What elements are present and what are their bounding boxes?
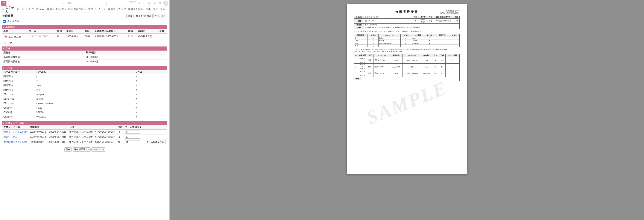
table-cell [142, 134, 167, 139]
edit-icon[interactable] [165, 8, 168, 11]
calc-team-button[interactable]: チーム規模を算出 [145, 140, 166, 144]
table-cell: DB/ツール [2, 97, 35, 101]
gear-icon[interactable] [153, 1, 156, 5]
table-cell: 1-3 [439, 64, 446, 70]
bell-icon[interactable] [158, 1, 162, 5]
cancel-button-bottom[interactable]: キャンセル [92, 147, 105, 152]
search-icon [62, 2, 65, 5]
table-cell: 1985年04月 [65, 34, 84, 39]
table-cell: A [134, 101, 167, 106]
table-cell [378, 45, 400, 47]
pdf-proj-table: No作業期間分野システム名開発言語DB/ツールOS/環境役割工程チーム規模 12… [354, 54, 460, 77]
nav-item-6[interactable]: プロジェクト [88, 7, 106, 11]
cancel-button[interactable]: キャンセル [154, 14, 167, 18]
team-size-input[interactable] [125, 130, 140, 134]
save-pdf-button[interactable]: 保存＆PDF出力 [134, 14, 153, 18]
save-button-bottom[interactable]: 保存 [64, 147, 72, 152]
help-icon[interactable]: ? [148, 1, 151, 5]
nav-item-9[interactable]: 原価 [146, 7, 151, 11]
table-cell [124, 139, 142, 145]
table-cell: B [424, 39, 435, 42]
person-radio[interactable] [4, 41, 7, 43]
table-cell: C [354, 37, 368, 39]
add-icon[interactable] [138, 1, 141, 5]
table-cell [400, 45, 411, 47]
table-header: No [354, 54, 358, 57]
table-header: システム名 [374, 54, 390, 57]
table-header: 分野 [367, 54, 374, 57]
project-link[interactable]: 飲料発注システム開発 [4, 130, 27, 133]
table-cell: PL [432, 70, 439, 77]
table-cell: 3 [354, 70, 358, 77]
team-size-input[interactable] [125, 140, 140, 144]
table-row: 12022.09 〜 2023.04物販発注システムJavaOracle Dat… [354, 57, 460, 64]
table-header: 開発言語 [390, 54, 402, 57]
favorites-menu[interactable] [129, 1, 136, 5]
svg-point-2 [63, 2, 64, 4]
table-cell: 1 [354, 57, 358, 64]
table-row: 開発言語CA [2, 74, 167, 79]
pdf-remark-box: 備考 [354, 77, 460, 81]
svg-rect-7 [2, 8, 2, 9]
nav-item-0[interactable]: ホーム [16, 7, 24, 11]
save-pdf-button-bottom[interactable]: 保存＆PDF出力 [72, 147, 90, 152]
table-cell: C [35, 74, 134, 79]
table-cell [158, 39, 167, 45]
nav-item-2[interactable]: Chatter [36, 8, 44, 11]
table-header: 作業期間 [358, 54, 367, 57]
chevron-down-icon [84, 8, 86, 10]
table-cell: 要件定義/システム分析, 基本設計, 詳細設計 [68, 139, 116, 145]
table-cell: 2013年04月 [85, 60, 168, 64]
person-radio[interactable] [4, 35, 7, 38]
table-cell [124, 134, 142, 139]
table-cell: 2023.09 〜 2025.01 [358, 70, 367, 77]
svg-rect-15 [4, 10, 4, 10]
search-input[interactable] [66, 1, 106, 5]
table-cell: 飲料発注システム開発 [2, 130, 28, 134]
table-cell: A [368, 37, 378, 39]
table-cell: A [134, 74, 167, 79]
table-cell: 翻訳システム [374, 64, 390, 70]
table-header: OS/環境 [421, 54, 432, 57]
table-cell: C++ [354, 39, 368, 42]
pdf-remark-label: 備考 [354, 77, 360, 80]
section-basic-header[interactable]: 基本情報 [2, 25, 167, 29]
section-proj-header[interactable]: プロジェクト情報 [2, 121, 167, 125]
table-cell: B [134, 110, 167, 115]
table-cell: A [134, 106, 167, 110]
table-cell: 駒田 大二郎 [2, 34, 28, 39]
nav-item-1[interactable]: ヘルプ [26, 7, 34, 11]
table-cell: 2023年05月01日～2023年08月31日 [28, 134, 68, 139]
table-header: スキル名 [35, 70, 134, 74]
nav-item-11[interactable]: スキル新規作成 [160, 7, 166, 11]
save-button[interactable]: 保存 [126, 14, 134, 18]
section-skill-header[interactable]: スキル [2, 66, 167, 70]
table-cell: Linux [421, 57, 432, 64]
svg-rect-14 [2, 10, 3, 10]
table-row: DB/ツールEclipseA [2, 92, 167, 97]
table-cell: SL [432, 64, 439, 70]
table-row: 通信制御システム開発2023年09月01日～2025年01月31日要件定義/シス… [2, 139, 167, 145]
nav-item-10[interactable]: 売上 [153, 7, 158, 11]
app-launcher-icon[interactable] [2, 8, 4, 11]
show-company-checkbox[interactable]: 会社名表示 [2, 19, 167, 23]
nav-item-8[interactable]: 要員手配状況 [128, 7, 144, 11]
section-cert-header[interactable]: 資格 [2, 46, 167, 51]
table-cell: MySQL [35, 97, 134, 101]
nav-item-3[interactable]: 要員 [47, 7, 54, 11]
cert-table: 資格名取得時期 基本情報技術者2010年04月応用情報技術者2013年04月 [2, 51, 167, 64]
table-cell: 2023年09月01日～2025年01月31日 [28, 139, 68, 145]
nav-item-4[interactable]: 取引先 [56, 7, 66, 11]
cloud-icon[interactable] [143, 1, 146, 5]
table-cell: Oracle Database [378, 42, 400, 45]
table-header: 役割 [116, 125, 124, 130]
table-cell: Java [390, 57, 402, 64]
project-link[interactable]: 翻訳システム [4, 135, 18, 138]
project-link[interactable]: 通信制御システム開発 [4, 141, 27, 143]
nav-item-7[interactable]: 要員マッチング [108, 7, 126, 11]
avatar[interactable] [163, 1, 168, 5]
nav-item-5[interactable]: 取引先責任者 [68, 7, 86, 11]
table-cell [449, 39, 460, 42]
show-company-input[interactable] [3, 20, 6, 23]
team-size-input[interactable] [125, 135, 140, 139]
